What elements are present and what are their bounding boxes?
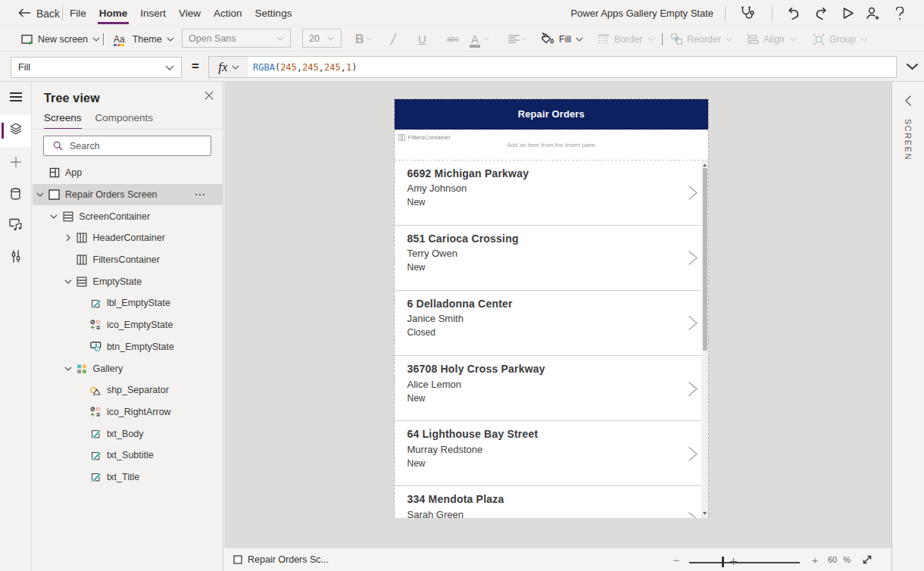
share-button[interactable] xyxy=(860,0,885,27)
tree-item-screencontainer[interactable]: ScreenContainer xyxy=(33,205,223,227)
rail-item-insert[interactable] xyxy=(0,151,31,176)
rail-item-advanced-tools[interactable] xyxy=(0,245,31,270)
reorder-button[interactable]: Reorder xyxy=(671,27,733,51)
zoom-out-button[interactable]: − xyxy=(670,548,682,571)
gallery-item[interactable]: 6692 Michigan ParkwayAmy JohnsonNew xyxy=(395,161,702,226)
app-header[interactable]: Repair Orders xyxy=(395,99,709,130)
underline-button[interactable]: U xyxy=(418,27,426,51)
gallery-scrollbar[interactable] xyxy=(701,161,708,518)
gallery-item[interactable]: 851 Carioca CrossingTerry OwenNew xyxy=(395,226,702,291)
strikethrough-button[interactable]: abc xyxy=(447,27,459,51)
undo-icon xyxy=(787,7,801,20)
rail-item-tree-view[interactable] xyxy=(0,114,31,147)
fit-to-window-button[interactable] xyxy=(862,548,872,571)
font-color-button[interactable]: A xyxy=(471,27,489,51)
formula-expand-button[interactable] xyxy=(903,57,921,76)
tree-item-lbl-emptystate[interactable]: lbl_EmptyState xyxy=(33,292,223,314)
chevron-down-icon xyxy=(789,37,797,42)
screen-icon xyxy=(48,189,60,201)
rail-item-data[interactable] xyxy=(0,183,31,208)
gallery-item-chevron-icon[interactable] xyxy=(688,250,698,269)
gallery-item-chevron-icon[interactable] xyxy=(688,511,698,517)
status-screen-selector[interactable]: Repair Orders Sc... xyxy=(233,548,329,571)
redo-button[interactable] xyxy=(809,0,833,27)
chevron-down-icon[interactable] xyxy=(64,278,72,286)
new-screen-button[interactable]: New screen xyxy=(21,27,100,51)
text-align-button[interactable] xyxy=(508,27,527,51)
filters-container[interactable]: FiltersContainer Add an item from the In… xyxy=(395,129,709,161)
fx-dropdown[interactable]: fx xyxy=(208,56,249,78)
gallery-item-chevron-icon[interactable] xyxy=(688,381,698,400)
menu-item-home[interactable]: Home xyxy=(98,0,130,27)
gallery-item-chevron-icon[interactable] xyxy=(688,446,698,465)
tab-screens[interactable]: Screens xyxy=(44,112,82,129)
close-icon[interactable] xyxy=(203,89,215,101)
app-checker-button[interactable] xyxy=(735,0,759,27)
tree-item-app[interactable]: App xyxy=(33,162,223,184)
expand-panel-button[interactable] xyxy=(904,95,912,110)
italic-button[interactable]: I xyxy=(390,27,397,51)
tree-item-txt-title[interactable]: txt_Title xyxy=(33,466,223,488)
font-family-select[interactable]: Open Sans xyxy=(182,29,291,48)
chevron-down-icon[interactable] xyxy=(36,191,44,198)
menu-item-file[interactable]: File xyxy=(68,0,88,27)
tree-item-ico-rightarrow[interactable]: ico_RightArrow xyxy=(33,401,223,423)
tree-item-gallery[interactable]: Gallery xyxy=(33,357,223,379)
chevron-down-icon[interactable] xyxy=(64,365,72,373)
help-button[interactable] xyxy=(888,0,912,27)
underline-label: U xyxy=(418,33,426,45)
tree-item-label: EmptyState xyxy=(93,276,142,287)
scroll-up-icon[interactable] xyxy=(701,162,708,168)
tree-item-txt-body[interactable]: txt_Body xyxy=(33,423,223,445)
scroll-down-icon[interactable] xyxy=(701,510,708,516)
menu-item-view[interactable]: View xyxy=(177,0,202,27)
font-size-select[interactable]: 20 xyxy=(302,29,342,48)
gallery-item-chevron-icon[interactable] xyxy=(688,185,698,204)
gallery-item-subtitle: Terry Owen xyxy=(407,248,457,259)
tree-item-headercontainer[interactable]: HeaderContainer xyxy=(33,227,223,249)
tree-item-emptystate[interactable]: EmptyState xyxy=(33,270,223,292)
border-button[interactable]: Border xyxy=(598,27,655,51)
new-screen-label: New screen xyxy=(38,34,88,45)
screen-panel-label[interactable]: SCREEN xyxy=(892,119,924,164)
rail-item-media[interactable] xyxy=(0,214,31,239)
fill-button[interactable]: Fill xyxy=(540,27,583,51)
canvas-area[interactable]: Repair Orders FiltersContainer Add an it… xyxy=(224,82,891,548)
gallery-scrollbar-thumb[interactable] xyxy=(703,168,707,351)
gallery-item-title: 334 Mendota Plaza xyxy=(407,493,504,505)
bold-button[interactable]: B xyxy=(355,27,372,51)
tree-item-ico-emptystate[interactable]: ico_EmptyState xyxy=(33,314,223,336)
zoom-slider-thumb[interactable] xyxy=(722,557,724,567)
gallery-item[interactable]: 36708 Holy Cross ParkwayAlice LemonNew xyxy=(395,356,702,421)
tree-item-filterscontainer[interactable]: FiltersContainer xyxy=(33,249,223,271)
gallery-item[interactable]: 64 Lighthouse Bay StreetMurray RedstoneN… xyxy=(395,421,702,486)
app-screen[interactable]: Repair Orders FiltersContainer Add an it… xyxy=(395,99,709,518)
more-options-icon[interactable] xyxy=(195,184,205,206)
property-select[interactable]: Fill xyxy=(11,57,182,78)
play-button[interactable] xyxy=(836,0,860,27)
chevron-down-icon[interactable] xyxy=(50,213,58,220)
tree-item-shp-separator[interactable]: shp_Separator xyxy=(33,379,223,401)
tree-item-btn-emptystate[interactable]: btn_EmptyState xyxy=(33,336,223,358)
rail-item-menu[interactable] xyxy=(0,85,31,111)
menu-item-settings[interactable]: Settings xyxy=(254,0,294,27)
tree-item-txt-subtitle[interactable]: txt_Subtitle xyxy=(33,445,223,466)
menu-item-insert[interactable]: Insert xyxy=(139,0,167,27)
zoom-slider-track[interactable] xyxy=(689,562,800,563)
gallery-item[interactable]: 334 Mendota PlazaSarah Green xyxy=(395,486,702,517)
gallery-item-chevron-icon[interactable] xyxy=(688,315,698,334)
gallery-control[interactable]: 6692 Michigan ParkwayAmy JohnsonNew851 C… xyxy=(395,161,709,518)
group-button[interactable]: Group xyxy=(813,27,868,51)
chevron-right-icon[interactable] xyxy=(64,234,72,242)
align-button[interactable]: Align xyxy=(748,27,797,51)
formula-input[interactable]: RGBA(245,245,245,1) xyxy=(248,56,897,78)
search-input[interactable]: Search xyxy=(43,136,211,156)
theme-button[interactable]: Aa Theme xyxy=(114,27,174,51)
back-button[interactable]: Back xyxy=(18,0,60,27)
tree-item-repair-orders-screen[interactable]: Repair Orders Screen xyxy=(33,184,223,206)
tab-components[interactable]: Components xyxy=(95,112,154,129)
zoom-in-button[interactable]: + xyxy=(809,548,821,571)
gallery-item[interactable]: 6 Delladonna CenterJanice SmithClosed xyxy=(395,291,702,356)
menu-item-action[interactable]: Action xyxy=(212,0,244,27)
undo-button[interactable] xyxy=(782,0,806,27)
